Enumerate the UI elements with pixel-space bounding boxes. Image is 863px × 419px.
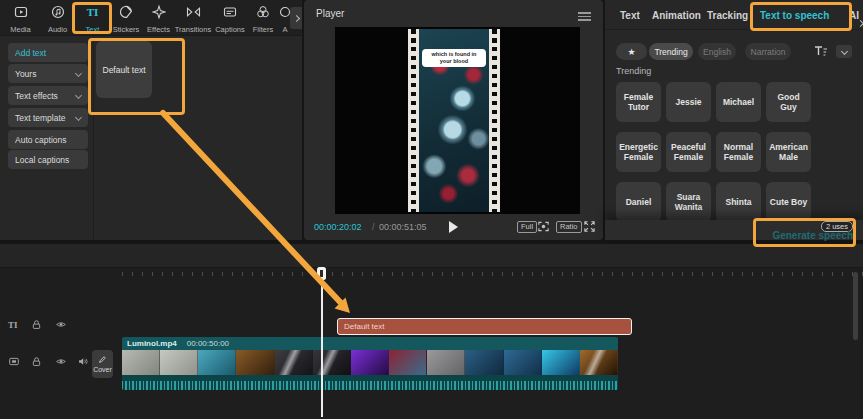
timeline-toolbar <box>0 244 863 268</box>
star-icon: ★ <box>627 47 635 57</box>
video-clip-duration: 00:00:50:00 <box>187 339 229 348</box>
tabs-expand-chevron[interactable] <box>858 12 863 30</box>
player-controls: 00:00:20:02 / 00:00:51:05 Full Ratio <box>304 214 603 240</box>
text-filter-icon[interactable] <box>813 44 828 59</box>
focus-icon[interactable] <box>537 220 550 233</box>
voice-dropdown-button[interactable] <box>836 45 852 58</box>
audio-waveform <box>122 375 618 390</box>
tab-stickers[interactable]: Stickers <box>108 4 144 34</box>
tab-effects[interactable]: Effects <box>142 4 175 34</box>
app-window: Media Audio TI Text Stickers <box>0 0 863 419</box>
sidebar-item-add-text[interactable]: Add text <box>8 43 88 62</box>
eye-icon[interactable] <box>55 319 67 330</box>
effects-icon <box>152 4 166 19</box>
lock-icon[interactable] <box>31 319 42 330</box>
video-thumbnail <box>504 350 542 375</box>
player-menu-button[interactable] <box>578 10 591 23</box>
tts-panel: Text Animation Tracking Text to speech A… <box>605 0 863 240</box>
timeline-scrollbar[interactable] <box>853 272 858 340</box>
total-time: 00:00:51:05 <box>379 222 427 232</box>
sidebar-item-auto-captions[interactable]: Auto captions <box>8 130 88 149</box>
text-library-panel: Media Audio TI Text Stickers <box>0 0 302 240</box>
tab-audio[interactable]: Audio <box>41 4 74 34</box>
chevron-down-icon <box>75 70 82 77</box>
tab-media[interactable]: Media <box>4 4 37 34</box>
voice-card-daniel[interactable]: Daniel <box>616 182 661 222</box>
filmstrip-right <box>489 29 500 212</box>
voice-card-energetic-female[interactable]: Energetic Female <box>616 132 661 172</box>
tab-transitions[interactable]: Transitions <box>172 4 214 34</box>
default-text-card[interactable]: Default text <box>96 41 152 98</box>
player-title: Player <box>316 8 344 19</box>
chevron-down-icon <box>75 92 82 99</box>
media-type-toolbar: Media Audio TI Text Stickers <box>0 0 302 36</box>
text-icon: TI <box>87 4 99 19</box>
mute-icon[interactable] <box>77 356 89 367</box>
voice-card-normal-female[interactable]: Normal Female <box>716 132 761 172</box>
tab-text[interactable]: TI Text <box>76 4 109 34</box>
eye-icon[interactable] <box>55 356 67 367</box>
voice-card-peaceful-female[interactable]: Peaceful Female <box>666 132 711 172</box>
voice-card-jessie[interactable]: Jessie <box>666 82 711 122</box>
favorites-filter-button[interactable]: ★ <box>616 43 647 60</box>
cover-button[interactable]: Cover <box>92 350 113 378</box>
sidebar-item-text-effects[interactable]: Text effects <box>8 86 88 105</box>
sidebar-item-yours[interactable]: Yours <box>8 64 88 83</box>
chevron-down-icon <box>75 114 82 121</box>
ruler-minor-ticks <box>122 272 863 276</box>
sidebar-item-text-template[interactable]: Text template <box>8 108 88 127</box>
pill-trending[interactable]: Trending <box>649 43 693 60</box>
video-thumbnail <box>389 350 427 375</box>
video-thumbnail <box>427 350 465 375</box>
sidebar-divider <box>93 36 94 240</box>
tab-text-to-speech[interactable]: Text to speech <box>760 10 829 21</box>
voice-card-suara-wanita[interactable]: Suara Wanita <box>666 182 711 222</box>
playhead-line[interactable] <box>321 280 323 417</box>
caption-overlay[interactable]: which is found in your blood <box>422 49 486 67</box>
chevron-down-icon <box>840 48 847 55</box>
play-button[interactable] <box>449 221 458 233</box>
tab-text-settings[interactable]: Text <box>620 10 640 21</box>
video-thumbnail <box>542 350 580 375</box>
tab-captions[interactable]: Captions <box>212 4 248 34</box>
video-thumbnail <box>351 350 389 375</box>
text-track-icon: TI <box>8 320 18 330</box>
voice-card-cute-boy[interactable]: Cute Boy <box>766 182 811 222</box>
text-clip[interactable]: Default text <box>337 318 632 335</box>
voice-card-shinta[interactable]: Shinta <box>716 182 761 222</box>
lock-icon[interactable] <box>31 356 42 367</box>
pill-narration[interactable]: Narration <box>745 43 791 60</box>
voice-card-michael[interactable]: Michael <box>716 82 761 122</box>
video-thumbnail <box>313 350 351 375</box>
ratio-button[interactable]: Ratio <box>556 221 582 233</box>
toolbar-expand-button[interactable] <box>290 7 302 29</box>
voice-card-american-male[interactable]: American Male <box>766 132 811 172</box>
timeline-ruler[interactable] <box>0 268 863 290</box>
video-preview-area[interactable]: which is found in your blood <box>335 27 580 214</box>
video-thumbnails <box>122 350 618 375</box>
sticker-icon <box>119 4 133 19</box>
tts-tabs: Text Animation Tracking Text to speech A… <box>605 0 863 30</box>
captions-icon <box>223 4 237 19</box>
tab-filters[interactable]: Filters <box>248 4 278 34</box>
player-panel: Player which is found in your blood <box>304 0 603 240</box>
sidebar-item-local-captions[interactable]: Local captions <box>8 150 88 169</box>
generate-speech-bar: 2 uses Generate speech <box>605 220 863 240</box>
filters-icon <box>256 4 270 19</box>
tab-animation[interactable]: Animation <box>652 10 701 21</box>
playhead-handle[interactable] <box>317 267 326 280</box>
voice-card-good-guy[interactable]: Good Guy <box>766 82 811 122</box>
pill-english[interactable]: English <box>698 43 736 60</box>
transitions-icon <box>186 4 201 19</box>
chevron-right-icon <box>292 14 299 21</box>
generate-speech-button[interactable]: Generate speech <box>772 230 853 241</box>
full-button[interactable]: Full <box>517 221 537 233</box>
timeline-area: 00:00 00:10 00:20 00:30 00:40 00:50 01:0… <box>0 244 863 419</box>
tab-tracking[interactable]: Tracking <box>707 10 748 21</box>
voice-card-female-tutor[interactable]: Female Tutor <box>616 82 661 122</box>
video-thumbnail <box>580 350 618 375</box>
video-clip[interactable]: Luminol.mp4 00:00:50:00 <box>122 337 618 390</box>
video-thumbnail <box>275 350 313 375</box>
video-track-icon <box>8 356 20 367</box>
fullscreen-icon[interactable] <box>583 220 596 233</box>
